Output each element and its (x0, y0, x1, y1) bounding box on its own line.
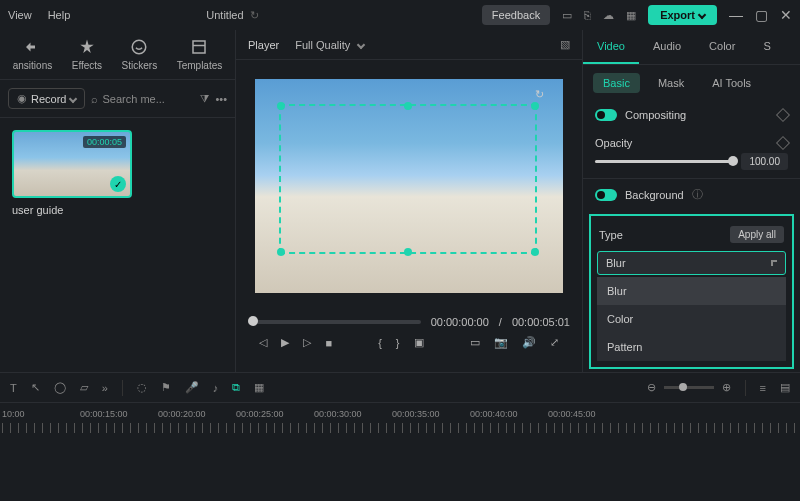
list-view-icon[interactable]: ≡ (760, 382, 766, 394)
transitions-icon (23, 38, 41, 56)
slider-thumb[interactable] (679, 383, 687, 391)
background-toggle[interactable] (595, 189, 617, 201)
subtab-mask[interactable]: Mask (648, 73, 694, 93)
apply-all-button[interactable]: Apply all (730, 226, 784, 243)
keyframe-icon[interactable] (776, 136, 790, 150)
text-tool-icon[interactable]: T (10, 382, 17, 394)
record-button[interactable]: ◉ Record (8, 88, 85, 109)
preview-canvas[interactable]: ↻ (255, 79, 563, 293)
time-marker: 00:00:40:00 (470, 409, 548, 419)
zoom-out-button[interactable]: ⊖ (647, 381, 656, 394)
mic-icon[interactable]: 🎤 (185, 381, 199, 394)
type-option-blur[interactable]: Blur (597, 277, 786, 305)
compositing-label: Compositing (625, 109, 686, 121)
search-icon: ⌕ (91, 93, 98, 105)
svg-point-0 (133, 40, 147, 54)
document-title: Untitled (206, 9, 243, 21)
opacity-value[interactable]: 100.00 (741, 153, 788, 170)
tab-transitions[interactable]: ansitions (11, 36, 54, 73)
rotate-handle[interactable]: ↻ (535, 88, 545, 98)
timeline-ruler[interactable]: 10:00 00:00:15:00 00:00:20:00 00:00:25:0… (0, 403, 800, 433)
svg-rect-1 (193, 41, 205, 53)
export-button[interactable]: Export (648, 5, 717, 25)
scrub-slider[interactable] (248, 320, 421, 324)
selection-box[interactable]: ↻ (279, 104, 537, 254)
more-tools-icon[interactable]: » (102, 382, 108, 394)
mark-out-button[interactable]: } (396, 337, 400, 349)
display-icon[interactable]: ▭ (470, 336, 480, 349)
stop-button[interactable]: ■ (325, 337, 332, 349)
resize-handle[interactable] (277, 248, 285, 256)
camera-icon[interactable]: 📷 (494, 336, 508, 349)
flag-icon[interactable]: ⚑ (161, 381, 171, 394)
tab-stickers[interactable]: Stickers (120, 36, 160, 73)
resize-handle[interactable] (277, 102, 285, 110)
cloud-icon[interactable]: ☁ (603, 9, 614, 22)
scrub-thumb[interactable] (248, 316, 258, 326)
grid-icon[interactable]: ▦ (626, 9, 636, 22)
record-icon: ◉ (17, 92, 27, 105)
type-dropdown-menu: Blur Color Pattern (597, 277, 786, 361)
save-icon[interactable]: ⎘ (584, 9, 591, 21)
tab-color[interactable]: Color (695, 30, 749, 64)
zoom-in-button[interactable]: ⊕ (722, 381, 731, 394)
time-current: 00:00:00:00 (431, 316, 489, 328)
slider-thumb[interactable] (728, 156, 738, 166)
prev-frame-button[interactable]: ◁ (259, 336, 267, 349)
subtab-basic[interactable]: Basic (593, 73, 640, 93)
tab-more[interactable]: S (749, 30, 784, 64)
close-button[interactable]: ✕ (780, 7, 792, 23)
timeline-ticks (2, 423, 798, 433)
tab-audio[interactable]: Audio (639, 30, 695, 64)
compositing-toggle[interactable] (595, 109, 617, 121)
history-icon[interactable]: ↻ (250, 9, 259, 22)
device-icon[interactable]: ▭ (562, 9, 572, 22)
maximize-button[interactable]: ▢ (755, 7, 768, 23)
menu-view[interactable]: View (8, 9, 32, 21)
play-button[interactable]: ▶ (281, 336, 289, 349)
feedback-button[interactable]: Feedback (482, 5, 550, 25)
fullscreen-icon[interactable]: ⤢ (550, 336, 559, 349)
tab-templates[interactable]: Templates (175, 36, 225, 73)
marker-icon[interactable]: ◌ (137, 381, 147, 394)
subtab-ai[interactable]: AI Tools (702, 73, 761, 93)
tab-video[interactable]: Video (583, 30, 639, 64)
zoom-slider[interactable] (664, 386, 714, 389)
info-icon[interactable]: ⓘ (692, 187, 703, 202)
resize-handle[interactable] (531, 102, 539, 110)
link-icon[interactable]: ⧉ (232, 381, 240, 394)
music-icon[interactable]: ♪ (213, 382, 219, 394)
check-icon: ✓ (110, 176, 126, 192)
cursor-tool-icon[interactable]: ↖ (31, 381, 40, 394)
type-dropdown[interactable]: Blur (597, 251, 786, 275)
resize-handle[interactable] (404, 102, 412, 110)
type-option-color[interactable]: Color (597, 305, 786, 333)
next-frame-button[interactable]: ▷ (303, 336, 311, 349)
resize-handle[interactable] (404, 248, 412, 256)
opacity-slider[interactable] (595, 160, 733, 163)
tab-effects[interactable]: Effects (70, 36, 104, 73)
grid-tool-icon[interactable]: ▦ (254, 381, 264, 394)
shape-tool-icon[interactable]: ◯ (54, 381, 66, 394)
opacity-label: Opacity (595, 137, 632, 149)
minimize-button[interactable]: — (729, 7, 743, 23)
stickers-icon (130, 38, 148, 56)
time-marker: 00:00:20:00 (158, 409, 236, 419)
media-clip[interactable]: 00:00:05 ✓ user guide (12, 130, 132, 216)
volume-icon[interactable]: 🔊 (522, 336, 536, 349)
snapshot-icon[interactable]: ▧ (560, 38, 570, 51)
search-input[interactable]: ⌕ Search me... (91, 93, 194, 105)
time-marker: 00:00:30:00 (314, 409, 392, 419)
more-icon[interactable]: ••• (215, 93, 227, 105)
time-marker: 00:00:15:00 (80, 409, 158, 419)
layout-icon[interactable]: ▤ (780, 381, 790, 394)
keyframe-icon[interactable] (776, 108, 790, 122)
crop-button[interactable]: ▣ (414, 336, 424, 349)
crop-tool-icon[interactable]: ▱ (80, 381, 88, 394)
mark-in-button[interactable]: { (378, 337, 382, 349)
quality-select[interactable]: Full Quality (295, 39, 364, 51)
menu-help[interactable]: Help (48, 9, 71, 21)
resize-handle[interactable] (531, 248, 539, 256)
type-option-pattern[interactable]: Pattern (597, 333, 786, 361)
filter-icon[interactable]: ⧩ (200, 92, 209, 105)
